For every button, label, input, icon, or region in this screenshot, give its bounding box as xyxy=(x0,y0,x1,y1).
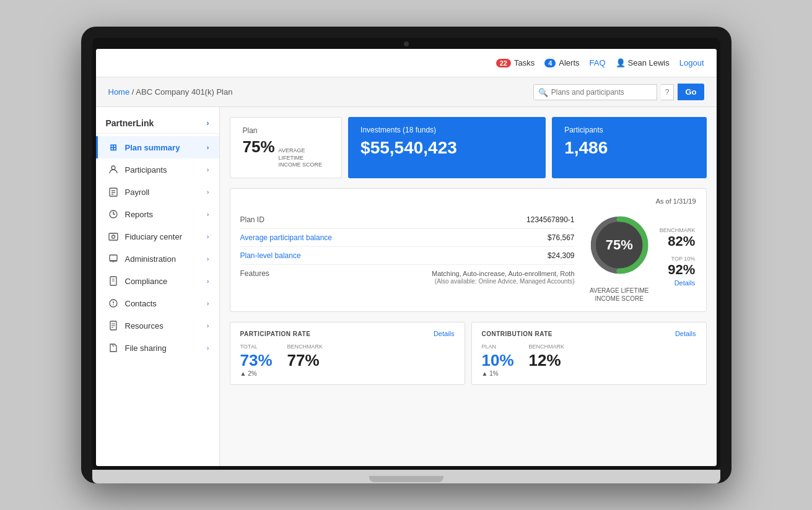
reports-icon xyxy=(108,209,119,220)
tasks-item[interactable]: 22 Tasks xyxy=(496,58,535,67)
participation-benchmark: BENCHMARK 77% xyxy=(287,344,323,377)
participants-card-label: Participants xyxy=(564,126,694,134)
tasks-label: Tasks xyxy=(514,58,535,67)
contribution-details-link[interactable]: Details xyxy=(675,330,696,337)
contribution-rate-box: CONTRIBUTION RATE Details PLAN 10% ▲ 1% xyxy=(471,322,707,385)
participants-card: Participants 1,486 xyxy=(552,117,706,178)
info-table: Plan ID 1234567890-1 Average participant… xyxy=(240,211,575,303)
sidebar-item-participants[interactable]: Participants › xyxy=(96,158,219,181)
participation-total: TOTAL 73% ▲ 2% xyxy=(240,344,273,377)
sidebar-label-file-sharing: File sharing xyxy=(125,344,167,353)
alerts-item[interactable]: 4 Alerts xyxy=(544,58,579,67)
top10-label: TOP 10% xyxy=(671,256,696,262)
participants-card-value: 1,486 xyxy=(564,138,694,158)
gauge-wrap: 75% xyxy=(585,211,653,279)
info-label-features: Features xyxy=(240,269,269,278)
sidebar-item-contacts[interactable]: Contacts › xyxy=(96,292,219,314)
gauge-and-stats: 75% AVERAGE LIFETIME INCOME SCORE xyxy=(585,211,696,303)
participation-rate-header: PARTICIPATION RATE Details xyxy=(240,330,455,337)
plan-card-value: 75% xyxy=(243,137,275,157)
participation-total-label: TOTAL xyxy=(240,344,273,350)
gauge-title: AVERAGE LIFETIME INCOME SCORE xyxy=(590,287,648,303)
alerts-label: Alerts xyxy=(559,58,579,67)
info-row-plan-balance: Plan-level balance $24,309 xyxy=(240,247,575,265)
info-label-plan-balance[interactable]: Plan-level balance xyxy=(240,251,301,260)
sidebar-item-file-sharing[interactable]: File sharing › xyxy=(96,337,219,359)
participation-rate-title: PARTICIPATION RATE xyxy=(240,331,311,337)
participation-rate-values: TOTAL 73% ▲ 2% BENCHMARK 77% xyxy=(240,344,455,377)
benchmark-value: 82% xyxy=(668,233,695,249)
payroll-chevron: › xyxy=(207,188,209,196)
gauge-value: 75% xyxy=(606,237,633,253)
gauge-stats: BENCHMARK 82% TOP 10% 92% Details xyxy=(660,227,696,287)
participation-benchmark-value: 77% xyxy=(287,351,323,370)
plan-card: Plan 75% AVERAGE LIFETIME INCOME SCORE xyxy=(230,117,343,178)
sidebar-item-administration[interactable]: Administration › xyxy=(96,248,219,270)
logout-link[interactable]: Logout xyxy=(679,58,704,67)
contribution-plan-label: PLAN xyxy=(482,344,514,350)
user-name: Sean Lewis xyxy=(628,58,670,67)
resources-icon xyxy=(108,320,119,331)
sidebar: PartnerLink › ⊞ Plan summary › xyxy=(96,107,220,466)
sidebar-item-plan-summary[interactable]: ⊞ Plan summary › xyxy=(96,136,219,158)
participation-total-value: 73% xyxy=(240,351,273,370)
search-help-icon[interactable]: ? xyxy=(661,84,674,100)
user-menu[interactable]: 👤 Sean Lewis xyxy=(616,58,670,67)
plan-card-label: Plan xyxy=(243,126,330,135)
svg-point-16 xyxy=(113,305,114,306)
info-main: Plan ID 1234567890-1 Average participant… xyxy=(240,211,696,303)
compliance-chevron: › xyxy=(207,277,209,285)
contacts-chevron: › xyxy=(207,300,209,307)
user-icon: 👤 xyxy=(616,58,626,67)
participants-icon xyxy=(108,164,119,175)
content-area: Plan 75% AVERAGE LIFETIME INCOME SCORE I… xyxy=(220,107,717,466)
info-label-plan-id: Plan ID xyxy=(240,215,264,224)
contribution-rate-header: CONTRIBUTION RATE Details xyxy=(482,330,696,337)
search-bar: 🔍 ? Go xyxy=(533,84,704,100)
investments-card-label: Investments (18 funds) xyxy=(360,126,533,134)
sidebar-label-administration: Administration xyxy=(125,254,176,264)
sidebar-label-payroll: Payroll xyxy=(125,188,150,197)
search-input[interactable] xyxy=(533,84,657,100)
info-section: As of 1/31/19 Plan ID 1234567890-1 Avera… xyxy=(230,188,707,312)
faq-link[interactable]: FAQ xyxy=(590,58,606,67)
participation-total-change: ▲ 2% xyxy=(240,370,273,377)
sidebar-title: PartnerLink xyxy=(106,118,154,128)
participation-details-link[interactable]: Details xyxy=(434,330,455,337)
file-sharing-icon xyxy=(108,342,119,353)
breadcrumb-home[interactable]: Home xyxy=(108,87,130,97)
payroll-icon xyxy=(108,186,119,197)
main-layout: PartnerLink › ⊞ Plan summary › xyxy=(96,107,717,466)
sidebar-item-payroll[interactable]: Payroll › xyxy=(96,181,219,203)
participation-benchmark-label: BENCHMARK xyxy=(287,344,323,350)
info-value-plan-id: 1234567890-1 xyxy=(526,215,574,224)
info-value-features: Matching, Auto-increase, Auto-enrollment… xyxy=(432,270,575,285)
sidebar-item-compliance[interactable]: Compliance › xyxy=(96,270,219,292)
sidebar-label-plan-summary: Plan summary xyxy=(125,143,180,152)
svg-rect-6 xyxy=(109,233,118,240)
sidebar-label-reports: Reports xyxy=(125,210,154,219)
compliance-icon xyxy=(108,275,119,287)
info-value-plan-balance: $24,309 xyxy=(548,251,574,260)
info-row-plan-id: Plan ID 1234567890-1 xyxy=(240,211,575,229)
info-value-avg-balance: $76,567 xyxy=(548,233,574,242)
breadcrumb-bar: Home / ABC Company 401(k) Plan 🔍 ? Go xyxy=(96,77,717,107)
participation-rate-box: PARTICIPATION RATE Details TOTAL 73% ▲ 2… xyxy=(230,322,465,385)
participants-chevron: › xyxy=(207,166,209,173)
sidebar-header[interactable]: PartnerLink › xyxy=(96,113,219,134)
sidebar-item-reports[interactable]: Reports › xyxy=(96,203,219,225)
contribution-plan-change: ▲ 1% xyxy=(482,370,514,377)
contribution-benchmark: BENCHMARK 12% xyxy=(529,344,565,377)
info-label-avg-balance[interactable]: Average participant balance xyxy=(240,233,333,242)
sidebar-label-resources: Resources xyxy=(125,321,164,331)
file-sharing-chevron: › xyxy=(207,344,209,352)
search-input-wrap: 🔍 xyxy=(533,84,657,100)
benchmark-stat: BENCHMARK 82% xyxy=(660,227,696,249)
search-go-button[interactable]: Go xyxy=(678,84,704,100)
fiduciary-icon xyxy=(108,231,119,242)
sidebar-item-resources[interactable]: Resources › xyxy=(96,314,219,337)
resources-chevron: › xyxy=(207,322,209,329)
plan-summary-chevron: › xyxy=(207,144,209,151)
gauge-details-link[interactable]: Details xyxy=(674,279,696,287)
sidebar-item-fiduciary[interactable]: Fiduciary center › xyxy=(96,225,219,248)
